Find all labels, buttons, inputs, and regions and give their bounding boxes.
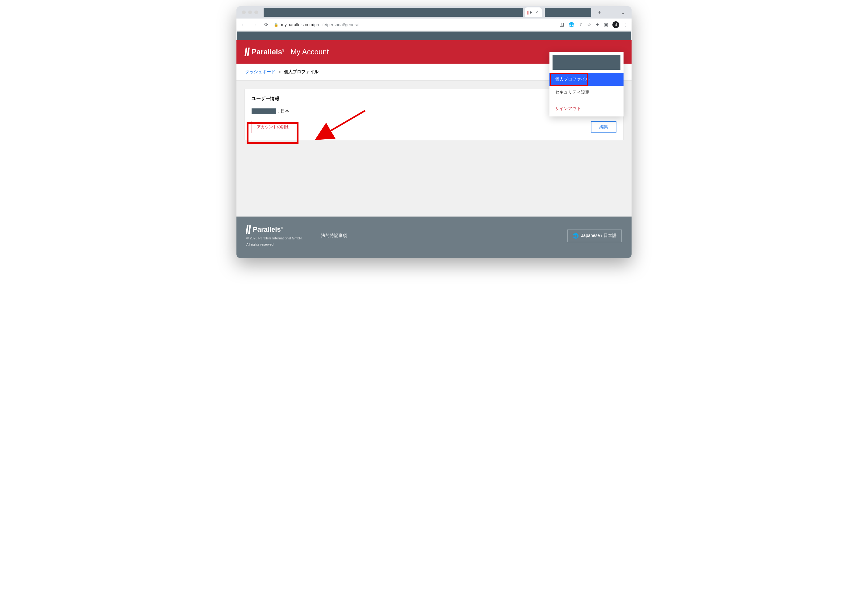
- browser-menu-icon[interactable]: ⋮: [623, 22, 629, 28]
- tab-masked-2: [545, 8, 591, 17]
- back-button[interactable]: ←: [239, 21, 247, 29]
- menu-label: 個人プロファイル: [555, 77, 590, 81]
- page-title: My Account: [291, 47, 329, 56]
- breadcrumb-dashboard-link[interactable]: ダッシュボード: [245, 69, 275, 75]
- translate-icon[interactable]: 🌐: [568, 22, 574, 28]
- logo-text: Parallels: [252, 47, 282, 56]
- breadcrumb-current: 個人プロファイル: [284, 69, 319, 75]
- share-icon[interactable]: ⇪: [579, 22, 583, 28]
- active-tab[interactable]: || P ×: [525, 7, 542, 17]
- key-icon[interactable]: ⚿: [559, 22, 564, 27]
- delete-account-button[interactable]: アカウントの削除: [252, 121, 294, 133]
- url-path: /profile/personal/general: [313, 22, 359, 27]
- reload-button[interactable]: ⟳: [263, 21, 269, 29]
- footer-rights: All rights reserved.: [247, 243, 303, 246]
- window-controls: [239, 10, 261, 14]
- menu-item-sign-out[interactable]: サインアウト: [549, 101, 623, 117]
- parallels-logo[interactable]: Parallels®: [245, 47, 284, 56]
- parallels-favicon-icon: ||: [527, 10, 528, 15]
- browser-window: || P × + ⌄ ← → ⟳ 🔒 my.parallels.com/prof…: [236, 6, 632, 258]
- account-dropdown-menu: 個人プロファイル セキュリティ設定 サインアウト: [549, 52, 623, 117]
- maximize-window-dot[interactable]: [254, 10, 258, 14]
- profile-avatar[interactable]: d: [613, 21, 619, 28]
- chevron-right-icon: >: [278, 69, 281, 74]
- lock-icon: 🔒: [274, 22, 278, 27]
- address-field[interactable]: 🔒 my.parallels.com/profile/personal/gene…: [274, 22, 555, 27]
- tab-masked: [264, 8, 523, 17]
- footer-logo[interactable]: Parallels®: [247, 225, 303, 234]
- tab-bar: || P × + ⌄: [236, 6, 632, 19]
- sidepanel-icon[interactable]: ▣: [604, 22, 608, 28]
- close-window-dot[interactable]: [242, 10, 246, 14]
- footer-copyright: © 2023 Parallels International GmbH.: [247, 236, 303, 240]
- new-tab-button[interactable]: +: [595, 9, 604, 16]
- edit-button[interactable]: 編集: [591, 121, 616, 133]
- page-spacer: [236, 179, 632, 217]
- url-host: my.parallels.com: [281, 22, 313, 27]
- menu-item-personal-profile[interactable]: 個人プロファイル: [549, 73, 623, 86]
- bookmark-icon[interactable]: ☆: [587, 22, 591, 28]
- masked-toolbar: [237, 31, 631, 40]
- url-bar: ← → ⟳ 🔒 my.parallels.com/profile/persona…: [236, 19, 632, 31]
- tab-dropdown-icon[interactable]: ⌄: [616, 10, 629, 15]
- minimize-window-dot[interactable]: [248, 10, 252, 14]
- user-country: , 日本: [278, 108, 289, 114]
- parallels-bars-icon: [245, 47, 249, 56]
- tab-title: P: [530, 10, 533, 15]
- menu-masked-user: [552, 55, 620, 70]
- parallels-bars-icon: [247, 225, 250, 234]
- footer: Parallels® © 2023 Parallels Internationa…: [236, 217, 632, 258]
- language-label: Japanese / 日本語: [581, 233, 616, 238]
- extensions-icon[interactable]: ✦: [595, 22, 599, 28]
- close-tab-icon[interactable]: ×: [534, 10, 539, 15]
- footer-legal-link[interactable]: 法的特記事項: [321, 233, 347, 238]
- language-selector[interactable]: 🌐 Japanese / 日本語: [567, 229, 621, 242]
- footer-logo-text: Parallels: [253, 225, 281, 233]
- globe-icon: 🌐: [573, 233, 579, 239]
- forward-button[interactable]: →: [251, 21, 259, 29]
- masked-username: [252, 108, 276, 114]
- menu-item-security-settings[interactable]: セキュリティ設定: [549, 86, 623, 99]
